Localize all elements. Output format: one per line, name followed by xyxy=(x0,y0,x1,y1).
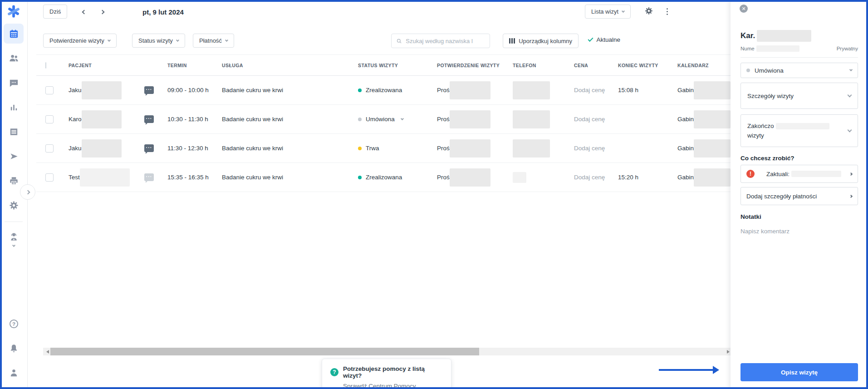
search-input[interactable] xyxy=(406,38,485,44)
patient-name: Test xyxy=(69,174,80,181)
redacted-text xyxy=(791,171,841,177)
filter-confirmation[interactable]: Potwierdzenie wizyty xyxy=(43,34,117,48)
today-button[interactable]: Dziś xyxy=(43,5,67,19)
table-row[interactable]: Test 15:35 - 16:35 h Badanie cukru we kr… xyxy=(36,163,731,192)
sidebar-item-specialist[interactable] xyxy=(4,227,24,252)
add-price-link[interactable]: Dodaj cenę xyxy=(567,116,611,123)
col-header-potwierdzenie[interactable]: POTWIERDZENIE WIZYTY xyxy=(430,63,505,68)
redacted-phone xyxy=(513,139,550,158)
scroll-left-icon[interactable] xyxy=(43,348,50,355)
current-filter-toggle[interactable]: Aktualne xyxy=(588,36,620,43)
col-header-status[interactable]: STATUS WIZYTY xyxy=(351,63,430,68)
sidebar-item-account[interactable] xyxy=(4,363,24,383)
col-header-koniec[interactable]: KONIEC WIZYTY xyxy=(611,63,670,68)
appointment-time: 10:30 - 11:30 h xyxy=(160,116,215,123)
filter-status[interactable]: Status wizyty xyxy=(132,34,185,48)
app-logo-icon[interactable] xyxy=(6,4,21,19)
chat-icon[interactable] xyxy=(144,115,154,123)
row-checkbox[interactable] xyxy=(45,173,54,182)
section-label: Zakończo xyxy=(747,123,774,129)
col-header-cena[interactable]: CENA xyxy=(567,63,611,68)
next-day-button[interactable] xyxy=(96,5,108,18)
notes-heading: Notatki xyxy=(740,213,761,220)
help-center-link[interactable]: Sprawdź Centrum Pomocy xyxy=(343,383,416,389)
add-price-link[interactable]: Dodaj cenę xyxy=(567,145,611,152)
settings-gear-icon[interactable] xyxy=(644,6,653,17)
col-header-termin[interactable]: TERMIN xyxy=(160,63,215,68)
sidebar-item-calendar[interactable] xyxy=(4,24,24,44)
svg-text:?: ? xyxy=(12,321,15,326)
col-header-kalendarz[interactable]: KALENDARZ xyxy=(670,63,731,68)
alert-icon: ! xyxy=(746,170,755,178)
appointment-time: 09:00 - 10:00 h xyxy=(160,87,215,94)
filter-payment[interactable]: Płatność xyxy=(193,34,234,48)
panel-status-select[interactable]: Umówiona xyxy=(740,63,858,78)
comment-input[interactable]: Napisz komentarz xyxy=(740,228,790,235)
sidebar-item-statistics[interactable] xyxy=(4,97,24,117)
confirmation-text: Proś xyxy=(437,174,450,181)
add-price-link[interactable]: Dodaj cenę xyxy=(567,174,611,181)
chat-icon[interactable] xyxy=(144,144,154,152)
chat-icon[interactable] xyxy=(144,86,154,94)
sidebar-item-patients[interactable] xyxy=(4,48,24,68)
redacted-patient xyxy=(80,168,130,187)
scroll-right-icon[interactable] xyxy=(726,348,731,355)
update-visit-action[interactable]: ! Zaktuali: xyxy=(740,165,858,183)
sidebar-item-billing-list[interactable] xyxy=(4,122,24,142)
sidebar-item-campaigns[interactable] xyxy=(4,146,24,166)
panel-finish-section[interactable]: Zakończo wizyty xyxy=(740,114,858,147)
close-icon[interactable]: ✕ xyxy=(740,5,748,13)
status-dropdown-icon[interactable] xyxy=(401,117,404,120)
table-row[interactable]: Jaku 09:00 - 10:00 h Badanie cukru we kr… xyxy=(36,76,731,105)
chevron-down-icon xyxy=(849,68,853,71)
redacted-phone xyxy=(513,110,550,128)
prev-day-button[interactable] xyxy=(78,5,90,18)
more-options-icon[interactable] xyxy=(662,6,672,17)
panel-divider xyxy=(740,57,858,58)
col-header-usluga[interactable]: USŁUGA xyxy=(215,63,351,68)
panel-visit-details-section[interactable]: Szczegóły wizyty xyxy=(740,83,858,109)
add-price-link[interactable]: Dodaj cenę xyxy=(567,87,611,94)
service-name: Badanie cukru we krwi xyxy=(215,174,351,181)
row-checkbox[interactable] xyxy=(45,115,54,123)
appointment-time: 11:30 - 12:30 h xyxy=(160,145,215,152)
redacted-patient xyxy=(82,110,122,128)
redacted-number xyxy=(756,45,799,52)
status-dot xyxy=(358,118,362,121)
table-row[interactable]: Karo 10:30 - 11:30 h Badanie cukru we kr… xyxy=(36,105,731,134)
table-row[interactable]: Jaku 11:30 - 12:30 h Badanie cukru we kr… xyxy=(36,134,731,163)
visit-detail-panel: ✕ Kar. Nume Prywatny Umówiona Szczegóły … xyxy=(731,0,868,389)
view-selector-button[interactable]: Lista wizyt xyxy=(585,5,631,19)
what-to-do-heading: Co chcesz zrobić? xyxy=(740,155,794,162)
expand-sidebar-button[interactable] xyxy=(20,184,35,200)
panel-visibility-label: Prywatny xyxy=(837,46,858,51)
redacted-calendar xyxy=(694,110,731,128)
col-header-telefon[interactable]: TELEFON xyxy=(505,63,567,68)
scrollbar-thumb[interactable] xyxy=(50,348,479,355)
horizontal-scrollbar[interactable] xyxy=(43,348,731,355)
sidebar-item-notifications[interactable] xyxy=(4,338,24,358)
status-label: Umówiona xyxy=(366,116,395,123)
status-label: Zrealizowana xyxy=(366,87,402,94)
redacted-phone xyxy=(513,81,550,99)
patient-name: Jaku xyxy=(69,145,82,152)
col-header-pacjent[interactable]: PACJENT xyxy=(61,63,160,68)
sidebar-item-settings[interactable] xyxy=(4,195,24,215)
chevron-right-icon xyxy=(849,194,853,197)
check-icon xyxy=(588,36,593,42)
panel-number-label: Nume xyxy=(740,46,755,51)
arrange-columns-button[interactable]: Uporządkuj kolumny xyxy=(503,34,579,48)
chat-icon[interactable] xyxy=(144,173,154,181)
calendar-name: Gabin xyxy=(677,116,694,123)
row-checkbox[interactable] xyxy=(45,86,54,94)
row-checkbox[interactable] xyxy=(45,144,54,153)
describe-visit-button[interactable]: Opisz wizytę xyxy=(740,363,858,381)
select-all-checkbox[interactable] xyxy=(45,62,46,69)
chevron-down-icon xyxy=(622,9,625,12)
status-dot xyxy=(358,147,362,150)
add-payment-action[interactable]: Dodaj szczegóły płatności xyxy=(740,187,858,205)
sidebar-item-help[interactable]: ? xyxy=(4,314,24,334)
confirmation-text: Proś xyxy=(437,145,450,152)
sidebar-divider xyxy=(5,222,23,222)
sidebar-item-messages[interactable] xyxy=(4,73,24,93)
